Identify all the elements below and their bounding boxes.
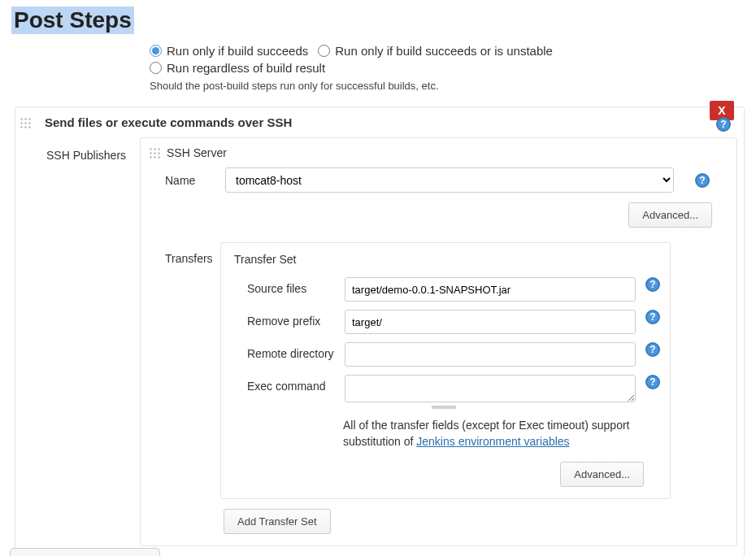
help-icon[interactable]: ? [645,277,660,292]
publishers-pane: SSH Server Name tomcat8-host ? Advanced.… [140,137,737,546]
source-files-input[interactable] [345,277,636,302]
remove-prefix-input[interactable] [345,310,636,334]
help-icon[interactable]: ? [695,173,710,188]
transfer-set-label: Transfer Set [234,253,297,266]
transfer-note: All of the transfer fields (except for E… [228,417,660,450]
add-transfer-set-button[interactable]: Add Transfer Set [224,509,331,534]
drag-handle-icon[interactable] [149,147,160,159]
bottom-tab[interactable] [10,548,160,556]
ssh-section: X ? Send files or execute commands over … [15,106,745,556]
resize-grip[interactable] [432,406,456,409]
help-icon[interactable]: ? [645,342,660,357]
ssh-server-name-select[interactable]: tomcat8-host [225,167,674,193]
run-only-success-option[interactable]: Run only if build succeeds [150,44,308,58]
section-title: Send files or execute commands over SSH [15,107,744,137]
transfer-set-box: Transfer Set Source files ? Remove prefi… [220,242,671,499]
ssh-server-label: SSH Server [167,146,227,159]
help-icon[interactable]: ? [645,310,660,324]
run-success-unstable-option[interactable]: Run only if build succeeds or is unstabl… [318,44,553,58]
drag-handle-icon[interactable] [20,117,31,128]
source-files-label: Source files [247,277,335,295]
remote-directory-label: Remote directory [247,342,335,360]
help-icon[interactable]: ? [645,375,660,389]
run-only-success-label: Run only if build succeeds [167,44,308,58]
run-success-unstable-label: Run only if build succeeds or is unstabl… [335,44,553,58]
exec-command-label: Exec command [247,375,335,393]
run-options-group: Run only if build succeeds Run only if b… [150,44,745,75]
remote-directory-input[interactable] [345,342,636,367]
run-options-hint: Should the post-build steps run only for… [150,80,745,92]
transfers-label: Transfers [165,242,220,534]
advanced-button[interactable]: Advanced... [560,462,644,487]
run-regardless-option[interactable]: Run regardless of build result [150,61,325,75]
name-label: Name [165,174,204,187]
run-only-success-radio[interactable] [150,45,162,57]
run-success-unstable-radio[interactable] [318,45,330,57]
jenkins-env-vars-link[interactable]: Jenkins environment variables [416,435,569,448]
run-regardless-radio[interactable] [150,62,162,74]
page-title: Post Steps [11,7,134,34]
remove-prefix-label: Remove prefix [247,310,335,328]
exec-command-textarea[interactable] [345,375,636,402]
help-icon[interactable]: ? [716,117,731,132]
advanced-button[interactable]: Advanced... [628,202,712,228]
run-regardless-label: Run regardless of build result [167,61,325,75]
ssh-publishers-label: SSH Publishers [46,137,140,546]
